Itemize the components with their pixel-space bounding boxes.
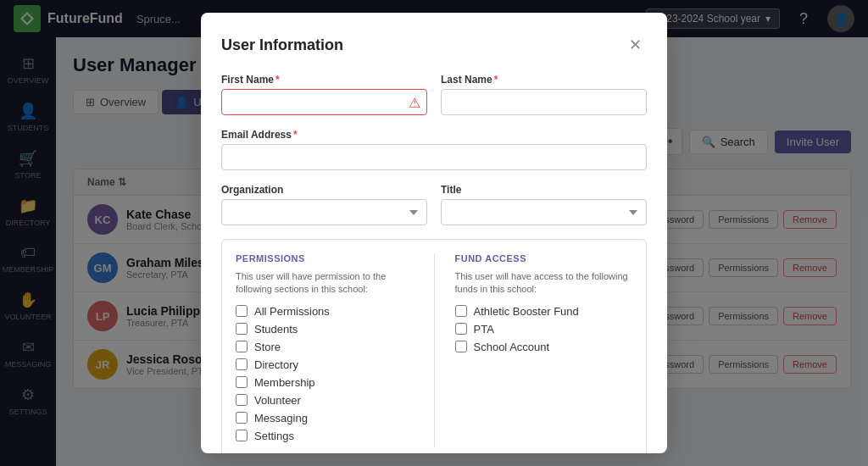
modal-close-button[interactable]: ✕ [623,33,647,57]
perm-store-checkbox[interactable] [236,341,248,352]
title-label: Title [441,184,647,196]
perm-students-label: Students [254,323,298,336]
first-name-label: First Name* [221,74,427,86]
fund-access-header: FUND ACCESS [455,253,633,264]
perm-all-label: All Permissions [254,305,330,318]
modal-header: User Information ✕ [221,33,647,57]
perm-volunteer-checkbox[interactable] [236,394,248,406]
email-group: Email Address* [221,129,647,170]
title-select[interactable] [441,199,647,225]
email-input[interactable] [221,144,647,170]
perm-membership-checkbox[interactable] [236,376,248,388]
perm-settings-label: Settings [254,430,294,442]
perm-all: All Permissions [236,305,414,318]
organization-label: Organization [221,184,427,196]
permissions-col: PERMISSIONS This user will have permissi… [236,253,414,447]
org-title-row: Organization Title [221,184,647,225]
perm-volunteer-label: Volunteer [254,394,301,407]
fund-athletic-checkbox[interactable] [455,305,467,317]
last-name-group: Last Name* [441,74,647,115]
perm-store-label: Store [254,341,281,353]
error-icon: ⚠ [409,94,420,110]
modal-title: User Information [221,36,343,54]
required-mark: * [494,74,498,86]
organization-group: Organization [221,184,427,225]
perm-directory-checkbox[interactable] [236,358,248,370]
perm-students: Students [236,323,414,336]
fund-pta: PTA [455,323,633,336]
permissions-header: PERMISSIONS [236,253,414,264]
fund-school-checkbox[interactable] [455,341,467,352]
email-label: Email Address* [221,129,647,141]
first-name-input[interactable] [221,89,427,115]
permissions-divider [434,253,435,447]
perm-membership-label: Membership [254,376,315,389]
last-name-label: Last Name* [441,74,647,86]
perm-volunteer: Volunteer [236,394,414,407]
fund-access-desc: This user will have access to the follow… [455,270,633,297]
perm-store: Store [236,341,414,353]
last-name-input[interactable] [441,89,647,115]
perm-all-checkbox[interactable] [236,305,248,317]
perm-messaging: Messaging [236,412,414,424]
perm-settings-checkbox[interactable] [236,430,248,441]
perm-membership: Membership [236,376,414,389]
name-row: First Name* ⚠ Last Name* [221,74,647,115]
perm-messaging-label: Messaging [254,412,308,424]
required-mark: * [293,129,298,141]
perm-settings: Settings [236,430,414,442]
organization-select[interactable] [221,199,427,225]
fund-pta-label: PTA [474,323,494,336]
perm-students-checkbox[interactable] [236,323,248,335]
first-name-input-wrapper: ⚠ [221,89,427,115]
first-name-group: First Name* ⚠ [221,74,427,115]
perm-messaging-checkbox[interactable] [236,412,248,424]
fund-athletic: Athletic Booster Fund [455,305,633,318]
fund-pta-checkbox[interactable] [455,323,467,335]
perm-directory: Directory [236,358,414,371]
user-info-modal: User Information ✕ First Name* ⚠ Last Na… [201,13,667,453]
fund-school-label: School Account [474,341,550,353]
permissions-desc: This user will have permission to the fo… [236,270,414,297]
permissions-row: PERMISSIONS This user will have permissi… [236,253,632,447]
title-group: Title [441,184,647,225]
email-row: Email Address* [221,129,647,170]
fund-athletic-label: Athletic Booster Fund [474,305,579,318]
required-mark: * [275,74,280,86]
perm-directory-label: Directory [254,358,298,371]
fund-school: School Account [455,341,633,353]
modal-overlay: User Information ✕ First Name* ⚠ Last Na… [0,0,868,466]
fund-access-col: FUND ACCESS This user will have access t… [455,253,633,447]
permissions-section: PERMISSIONS This user will have permissi… [221,239,647,453]
